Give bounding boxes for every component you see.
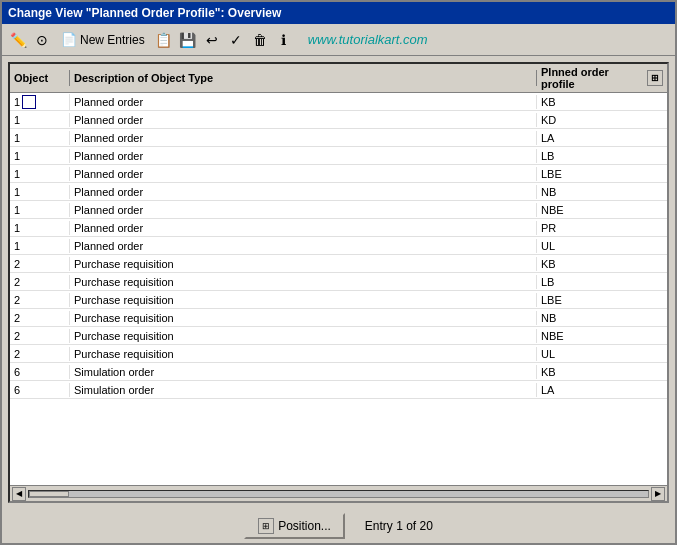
edit-icon[interactable]: ✏️ <box>8 30 28 50</box>
table-row[interactable]: 2 Purchase requisition KB <box>10 255 667 273</box>
table-row[interactable]: 1 Planned order KB <box>10 93 667 111</box>
footer: ⊞ Position... Entry 1 of 20 <box>2 509 675 543</box>
cell-profile: NB <box>537 185 667 199</box>
cell-profile: KB <box>537 95 667 109</box>
main-window: Change View "Planned Order Profile": Ove… <box>0 0 677 545</box>
delete-icon[interactable]: 🗑 <box>250 30 270 50</box>
cell-description: Planned order <box>70 113 537 127</box>
table-row[interactable]: 1 Planned order KD <box>10 111 667 129</box>
position-button[interactable]: ⊞ Position... <box>244 513 345 539</box>
cell-object: 6 <box>10 365 70 379</box>
table-row[interactable]: 2 Purchase requisition NBE <box>10 327 667 345</box>
table-row[interactable]: 1 Planned order UL <box>10 237 667 255</box>
position-icon: ⊞ <box>258 518 274 534</box>
cell-object: 2 <box>10 311 70 325</box>
cell-object: 2 <box>10 329 70 343</box>
cell-profile: LA <box>537 383 667 397</box>
cell-description: Simulation order <box>70 383 537 397</box>
cell-object: 1 <box>10 113 70 127</box>
cell-object: 2 <box>10 257 70 271</box>
new-entries-button[interactable]: 📄 New Entries <box>56 29 150 50</box>
window-title: Change View "Planned Order Profile": Ove… <box>8 6 281 20</box>
cell-object: 1 <box>10 203 70 217</box>
scroll-left-btn[interactable]: ◀ <box>12 487 26 501</box>
cell-description: Purchase requisition <box>70 311 537 325</box>
scroll-right-btn[interactable]: ▶ <box>651 487 665 501</box>
cell-object: 1 <box>10 94 70 110</box>
cell-description: Planned order <box>70 149 537 163</box>
cell-object: 1 <box>10 131 70 145</box>
cell-description: Planned order <box>70 239 537 253</box>
check-icon[interactable]: ✓ <box>226 30 246 50</box>
toolbar: ✏️ ⊙ 📄 New Entries 📋 💾 ↩ ✓ 🗑 ℹ www.tutor… <box>2 24 675 56</box>
table-row[interactable]: 6 Simulation order KB <box>10 363 667 381</box>
cell-profile: UL <box>537 239 667 253</box>
cell-object: 1 <box>10 149 70 163</box>
new-entries-icon: 📄 <box>61 32 77 47</box>
table-row[interactable]: 2 Purchase requisition LBE <box>10 291 667 309</box>
table-body[interactable]: 1 Planned order KB 1 Planned order KD 1 … <box>10 93 667 485</box>
cell-description: Purchase requisition <box>70 275 537 289</box>
title-bar: Change View "Planned Order Profile": Ove… <box>2 2 675 24</box>
cell-profile: LA <box>537 131 667 145</box>
copy-icon[interactable]: 📋 <box>154 30 174 50</box>
col-header-profile: Plnned order profile ⊞ <box>537 64 667 92</box>
cell-profile: KB <box>537 365 667 379</box>
cell-description: Planned order <box>70 185 537 199</box>
cell-description: Planned order <box>70 131 537 145</box>
cell-profile: NB <box>537 311 667 325</box>
table-row[interactable]: 1 Planned order NB <box>10 183 667 201</box>
cell-object: 1 <box>10 185 70 199</box>
cell-profile: PR <box>537 221 667 235</box>
cell-profile: UL <box>537 347 667 361</box>
save-icon[interactable]: 💾 <box>178 30 198 50</box>
cell-profile: LBE <box>537 293 667 307</box>
cell-object: 2 <box>10 293 70 307</box>
cell-description: Purchase requisition <box>70 257 537 271</box>
cell-profile: KB <box>537 257 667 271</box>
table-row[interactable]: 6 Simulation order LA <box>10 381 667 399</box>
table-row[interactable]: 1 Planned order NBE <box>10 201 667 219</box>
cell-profile: NBE <box>537 203 667 217</box>
cell-description: Purchase requisition <box>70 329 537 343</box>
scroll-thumb[interactable] <box>29 491 69 497</box>
table-header: Object Description of Object Type Plnned… <box>10 64 667 93</box>
table-row[interactable]: 1 Planned order LA <box>10 129 667 147</box>
cell-description: Simulation order <box>70 365 537 379</box>
table-row[interactable]: 1 Planned order PR <box>10 219 667 237</box>
col-header-description: Description of Object Type <box>70 70 537 86</box>
entry-info: Entry 1 of 20 <box>365 519 433 533</box>
position-btn-label: Position... <box>278 519 331 533</box>
content-area: Object Description of Object Type Plnned… <box>2 56 675 509</box>
horizontal-scrollbar[interactable]: ◀ ▶ <box>10 485 667 501</box>
col-header-object: Object <box>10 70 70 86</box>
cell-description: Planned order <box>70 203 537 217</box>
cell-profile: LB <box>537 149 667 163</box>
cell-object: 6 <box>10 383 70 397</box>
cell-profile: KD <box>537 113 667 127</box>
table-row[interactable]: 1 Planned order LBE <box>10 165 667 183</box>
cell-profile: LBE <box>537 167 667 181</box>
cell-object: 1 <box>10 167 70 181</box>
cell-object: 2 <box>10 347 70 361</box>
info-icon[interactable]: ℹ <box>274 30 294 50</box>
table-row[interactable]: 2 Purchase requisition UL <box>10 345 667 363</box>
cell-object: 1 <box>10 221 70 235</box>
undo-icon[interactable]: ↩ <box>202 30 222 50</box>
data-table: Object Description of Object Type Plnned… <box>8 62 669 503</box>
cell-description: Purchase requisition <box>70 347 537 361</box>
table-row[interactable]: 2 Purchase requisition NB <box>10 309 667 327</box>
cell-profile: NBE <box>537 329 667 343</box>
cell-description: Planned order <box>70 167 537 181</box>
table-row[interactable]: 1 Planned order LB <box>10 147 667 165</box>
cell-description: Planned order <box>70 221 537 235</box>
cell-description: Purchase requisition <box>70 293 537 307</box>
row-edit-box[interactable] <box>22 95 36 109</box>
cell-object: 2 <box>10 275 70 289</box>
table-row[interactable]: 2 Purchase requisition LB <box>10 273 667 291</box>
scroll-track[interactable] <box>28 490 649 498</box>
cell-description: Planned order <box>70 95 537 109</box>
column-settings-icon[interactable]: ⊞ <box>647 70 663 86</box>
watermark-text: www.tutorialkart.com <box>308 32 428 47</box>
refresh-icon[interactable]: ⊙ <box>32 30 52 50</box>
